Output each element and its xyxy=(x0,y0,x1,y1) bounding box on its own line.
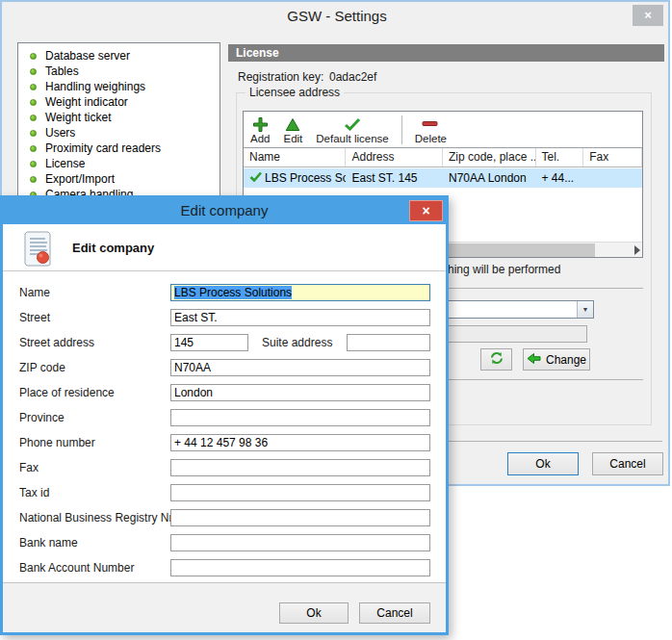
edit-icon xyxy=(285,116,300,133)
column-header-name[interactable]: Name xyxy=(244,148,346,166)
cell-name: LBS Process So... xyxy=(244,171,346,185)
dialog-header: Edit company xyxy=(3,224,446,271)
street-address-field[interactable]: 145 xyxy=(170,334,248,351)
national-business-registry-field[interactable] xyxy=(170,509,430,526)
cell-address: East ST. 145 xyxy=(346,171,443,185)
performed-text-fragment: hing will be performed xyxy=(448,263,560,276)
sidebar-item-label: Weight indicator xyxy=(45,95,128,109)
cell-tel: + 44... xyxy=(536,171,584,185)
province-field[interactable] xyxy=(170,409,430,426)
dialog-button-bar: Ok Cancel xyxy=(3,582,446,632)
registration-key-label: Registration key: xyxy=(238,70,323,84)
settings-ok-button[interactable]: Ok xyxy=(507,452,579,475)
dialog-titlebar: Edit company × xyxy=(3,198,446,224)
selected-text: LBS Process Solutions xyxy=(174,286,292,299)
green-dot-icon xyxy=(30,145,37,152)
green-dot-icon xyxy=(30,84,37,90)
scroll-right-icon[interactable] xyxy=(634,245,640,255)
toolbar-separator xyxy=(401,115,402,144)
licensee-address-group-label: Licensee address xyxy=(246,86,344,99)
add-icon xyxy=(252,116,269,133)
dialog-cancel-button[interactable]: Cancel xyxy=(359,602,430,624)
column-header-fax[interactable]: Fax xyxy=(583,148,642,166)
default-license-label: Default license xyxy=(316,133,388,144)
refresh-icon xyxy=(489,350,504,369)
green-dot-icon xyxy=(30,176,37,183)
place-of-residence-field[interactable]: London xyxy=(170,384,430,401)
licensee-toolbar: Add Edit Default license Delete xyxy=(244,112,642,148)
name-label: Name xyxy=(19,286,50,299)
green-dot-icon xyxy=(30,130,37,137)
zip-code-label: ZIP code xyxy=(19,361,65,374)
tax-id-label: Tax id xyxy=(19,486,49,499)
green-dot-icon xyxy=(30,161,37,167)
phone-number-field[interactable]: + 44 12 457 98 36 xyxy=(170,434,430,451)
green-dot-icon xyxy=(30,53,37,60)
chevron-down-icon[interactable]: ▼ xyxy=(577,301,593,318)
certificate-document-icon xyxy=(24,231,53,270)
table-row[interactable]: LBS Process So... East ST. 145 N70AA Lon… xyxy=(244,168,642,188)
checkmark-icon xyxy=(344,116,361,133)
sidebar-item-label: Export/Import xyxy=(45,172,115,186)
add-button[interactable]: Add xyxy=(244,113,276,147)
screen: GSW - Settings × Database server Tables … xyxy=(0,0,672,640)
sidebar-item-license[interactable]: License xyxy=(18,156,220,171)
dialog-header-title: Edit company xyxy=(72,241,154,255)
dialog-ok-button[interactable]: Ok xyxy=(279,602,349,624)
sidebar-item-weight-ticket[interactable]: Weight ticket xyxy=(18,110,220,125)
bank-name-label: Bank name xyxy=(19,536,78,550)
zip-code-field[interactable]: N70AA xyxy=(170,359,430,376)
cell-zip: N70AA London xyxy=(443,171,536,185)
close-icon[interactable]: × xyxy=(633,5,663,26)
arrow-left-icon xyxy=(527,352,541,368)
bank-account-number-label: Bank Account Number xyxy=(19,561,134,575)
close-icon[interactable]: × xyxy=(409,200,443,221)
bank-account-number-field[interactable] xyxy=(170,559,430,576)
row-checkmark-icon xyxy=(249,171,262,185)
street-label: Street xyxy=(19,311,50,324)
name-field[interactable]: LBS Process Solutions xyxy=(170,284,430,301)
column-header-address[interactable]: Address xyxy=(346,148,443,166)
sidebar-item-label: Weight ticket xyxy=(45,111,111,124)
sidebar-item-database-server[interactable]: Database server xyxy=(18,48,220,64)
sidebar-item-proximity-card-readers[interactable]: Proximity card readers xyxy=(18,141,220,156)
street-address-label: Street address xyxy=(19,336,94,349)
tax-id-field[interactable] xyxy=(170,484,430,501)
fax-label: Fax xyxy=(19,461,39,474)
place-of-residence-label: Place of residence xyxy=(19,386,115,399)
suite-address-field[interactable] xyxy=(347,334,430,351)
change-label: Change xyxy=(546,353,586,367)
minus-icon xyxy=(422,116,439,133)
edit-company-dialog: Edit company × Edit company xyxy=(0,195,449,635)
column-header-zip[interactable]: Zip code, place ... xyxy=(443,148,536,166)
bank-name-field[interactable] xyxy=(170,534,430,551)
fax-field[interactable] xyxy=(170,459,430,476)
table-header-row: Name Address Zip code, place ... Tel. Fa… xyxy=(244,148,642,167)
street-field[interactable]: East ST. xyxy=(170,309,430,326)
add-label: Add xyxy=(250,133,270,144)
edit-button[interactable]: Edit xyxy=(276,113,309,147)
sidebar-item-label: Proximity card readers xyxy=(45,141,161,155)
green-dot-icon xyxy=(30,99,37,106)
national-business-registry-label: National Business Registry Nr xyxy=(19,511,172,525)
column-header-tel[interactable]: Tel. xyxy=(536,148,584,166)
sidebar-item-tables[interactable]: Tables xyxy=(18,64,220,79)
delete-button[interactable]: Delete xyxy=(408,113,453,147)
sidebar-item-label: License xyxy=(45,157,85,170)
sidebar-item-export-import[interactable]: Export/Import xyxy=(18,171,220,187)
sidebar-item-label: Handling weighings xyxy=(45,80,145,93)
edit-label: Edit xyxy=(283,133,302,144)
phone-number-label: Phone number xyxy=(19,436,95,449)
dialog-title: Edit company xyxy=(3,198,446,223)
change-button[interactable]: Change xyxy=(523,348,590,371)
registration-key-value: 0adac2ef xyxy=(329,70,376,84)
settings-cancel-button[interactable]: Cancel xyxy=(592,452,663,475)
sidebar-item-handling-weighings[interactable]: Handling weighings xyxy=(18,79,220,94)
refresh-button[interactable] xyxy=(480,348,512,371)
sidebar-item-users[interactable]: Users xyxy=(18,125,220,141)
delete-label: Delete xyxy=(415,133,447,144)
sidebar-item-label: Tables xyxy=(45,64,79,78)
default-license-button[interactable]: Default license xyxy=(309,113,395,147)
province-label: Province xyxy=(19,411,65,424)
sidebar-item-weight-indicator[interactable]: Weight indicator xyxy=(18,94,220,110)
